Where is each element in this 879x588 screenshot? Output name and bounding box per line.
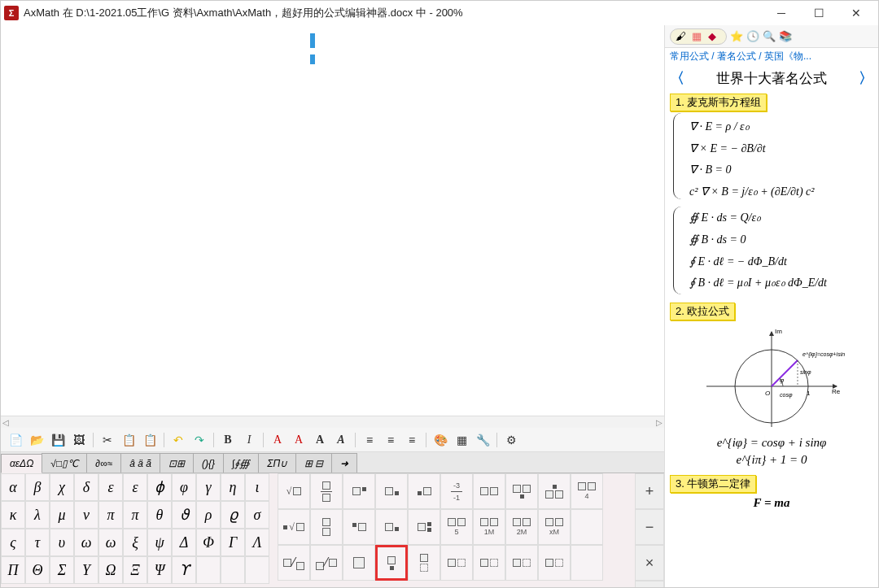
template-cell-2-8[interactable] (538, 545, 571, 581)
greek-π[interactable]: π (123, 501, 147, 529)
save-button[interactable]: 💾 (48, 431, 68, 449)
next-chapter-button[interactable]: 〉 (859, 68, 873, 88)
align-center-button[interactable]: ≡ (381, 431, 400, 449)
euler-eq-1[interactable]: e^{iφ} = cosφ + i sinφ (670, 436, 873, 450)
template-cell-1-5[interactable]: 5 (440, 509, 473, 545)
template-cell-0-0[interactable]: √ (278, 473, 310, 509)
greek-χ[interactable]: χ (50, 473, 74, 501)
greek-γ[interactable]: γ (196, 473, 221, 501)
bold-button[interactable]: B (218, 431, 238, 449)
maxwell-eq-4[interactable]: c² ∇ × B = j/ε₀ + (∂E/∂t) c² (689, 181, 873, 203)
greek-ϑ[interactable]: ϑ (172, 501, 196, 529)
library-mode-pill[interactable]: 🖌 ▦ ◆ (670, 28, 727, 45)
close-button[interactable]: ✕ (837, 1, 875, 25)
greek-ω[interactable]: ω (74, 529, 98, 556)
greek-ξ[interactable]: ξ (123, 529, 147, 556)
newton-eq[interactable]: F = ma (670, 496, 873, 510)
greek-ω[interactable]: ω (98, 529, 123, 556)
op-−[interactable]: − (635, 509, 664, 545)
greek-Ω[interactable]: Ω (98, 556, 123, 584)
greek-μ[interactable]: μ (50, 501, 74, 529)
star-icon[interactable]: ⭐ (730, 30, 743, 43)
template-cell-2-0[interactable]: ⁄ (278, 545, 310, 581)
greek-ε[interactable]: ε (98, 473, 123, 501)
greek-Γ[interactable]: Γ (221, 529, 245, 556)
maxwell-eq-5[interactable]: ∯ E · ds = Q/ε₀ (689, 207, 873, 229)
greek-π[interactable]: π (98, 501, 123, 529)
template-cell-2-1[interactable]: ⁄ (310, 545, 343, 581)
tab-brackets[interactable]: (){} (193, 453, 224, 473)
export-button[interactable]: 🖼 (69, 431, 89, 449)
tab-accents[interactable]: â ä ã (120, 453, 160, 473)
style4-button[interactable]: A (331, 431, 351, 449)
template-cell-2-2[interactable] (343, 545, 375, 581)
template-cell-2-7[interactable] (505, 545, 538, 581)
template-cell-0-1[interactable] (310, 473, 343, 509)
greek-σ[interactable]: σ (245, 501, 269, 529)
paste-button[interactable]: 📋 (140, 431, 160, 449)
new-button[interactable]: 📄 (6, 431, 25, 449)
maxwell-eq-7[interactable]: ∮ E · dℓ = − dΦ_B/dt (689, 251, 873, 273)
tab-operators[interactable]: ∂∞≈ (86, 453, 121, 473)
style3-button[interactable]: A (310, 431, 330, 449)
template-cell-2-3[interactable] (375, 545, 408, 581)
template-cell-2-6[interactable] (473, 545, 505, 581)
copy-button[interactable]: 📋 (119, 431, 138, 449)
template-cell-1-6[interactable]: 1M (473, 509, 505, 545)
op-×[interactable]: × (635, 545, 664, 581)
template-cell-1-3[interactable] (375, 509, 408, 545)
tab-arrows[interactable]: ➜ (331, 453, 357, 473)
template-cell-0-9[interactable]: 4 (571, 473, 603, 509)
op-÷[interactable]: ÷ (635, 581, 664, 587)
greek-Υ[interactable]: Υ (74, 556, 98, 584)
tab-integrals[interactable]: ∫∮∰ (223, 453, 259, 473)
greek-φ[interactable]: φ (172, 473, 196, 501)
greek-λ[interactable]: λ (25, 501, 50, 529)
template-cell-2-4[interactable] (408, 545, 440, 581)
search-icon[interactable]: 🔍 (763, 30, 776, 43)
greek-ϱ[interactable]: ϱ (221, 501, 245, 529)
maxwell-eq-1[interactable]: ∇ · E = ρ / ε₀ (689, 116, 873, 138)
template-cell-0-5[interactable]: -3-1 (440, 473, 473, 509)
books-icon[interactable]: 📚 (779, 30, 792, 43)
util-button[interactable]: ⚙ (501, 431, 521, 449)
cut-button[interactable]: ✂ (98, 431, 117, 449)
template-cell-0-7[interactable] (505, 473, 538, 509)
greek-υ[interactable]: υ (50, 529, 74, 556)
maximize-button[interactable]: ☐ (800, 1, 837, 25)
undo-button[interactable]: ↶ (168, 431, 188, 449)
greek-δ[interactable]: δ (74, 473, 98, 501)
h-scrollbar[interactable]: ◁▷ (1, 416, 664, 428)
clock-icon[interactable]: 🕓 (746, 30, 759, 43)
template-cell-0-3[interactable] (375, 473, 408, 509)
greek-ν[interactable]: ν (74, 501, 98, 529)
greek-τ[interactable]: τ (25, 529, 50, 556)
greek-κ[interactable]: κ (1, 501, 25, 529)
euler-diagram[interactable]: Im Re e^{iφ}=cosφ+isinφ O cosφ sinφ φ 1 (698, 325, 845, 431)
minimize-button[interactable]: ─ (763, 1, 800, 25)
editor-canvas[interactable] (1, 25, 664, 416)
scroll-right-icon[interactable]: ▷ (656, 418, 663, 427)
template-cell-1-8[interactable]: xM (538, 509, 571, 545)
maxwell-eq-3[interactable]: ∇ · B = 0 (689, 159, 873, 181)
template-cell-1-2[interactable] (343, 509, 375, 545)
redo-button[interactable]: ↷ (190, 431, 209, 449)
style2-button[interactable]: A (289, 431, 308, 449)
tab-radical[interactable]: √□▯℃ (42, 453, 87, 473)
tab-bigops[interactable]: ΣΠ∪ (258, 453, 296, 473)
greek-ϒ[interactable]: ϒ (172, 556, 196, 584)
op-+[interactable]: + (635, 473, 664, 509)
scroll-left-icon[interactable]: ◁ (2, 418, 9, 427)
template-cell-1-0[interactable]: √ (278, 509, 310, 545)
maxwell-eq-8[interactable]: ∮ B · dℓ = μ₀I + μ₀ε₀ dΦ_E/dt (689, 272, 873, 294)
greek-Φ[interactable]: Φ (196, 529, 221, 556)
maxwell-eq-2[interactable]: ∇ × E = − ∂B/∂t (689, 138, 873, 160)
greek-ϕ[interactable]: ϕ (147, 473, 172, 501)
greek-ι[interactable]: ι (245, 473, 269, 501)
greek-Ξ[interactable]: Ξ (123, 556, 147, 584)
greek-η[interactable]: η (221, 473, 245, 501)
tab-greek[interactable]: αεΔΩ (1, 454, 42, 473)
template-cell-0-8[interactable] (538, 473, 571, 509)
greek-ψ[interactable]: ψ (147, 529, 172, 556)
greek-Σ[interactable]: Σ (50, 556, 74, 584)
